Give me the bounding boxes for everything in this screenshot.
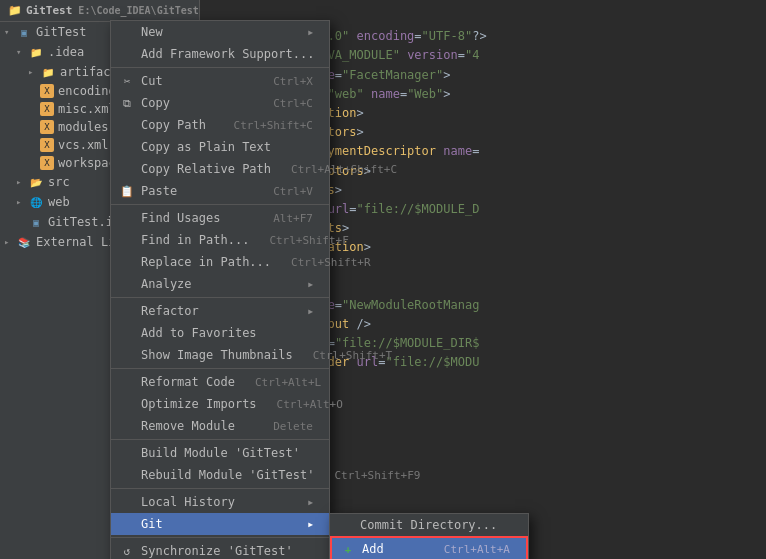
cut-icon: ✂: [119, 73, 135, 89]
separator-7: [111, 537, 329, 538]
xml-icon: X: [40, 156, 54, 170]
add-icon: +: [340, 541, 356, 557]
menu-item-add-to-favorites[interactable]: Add to Favorites: [111, 322, 329, 344]
lib-icon: 📚: [16, 234, 32, 250]
copy-plain-icon: [119, 139, 135, 155]
find-usages-shortcut: Alt+F7: [273, 212, 313, 225]
git-icon: [119, 516, 135, 532]
sync-icon: ↺: [119, 543, 135, 559]
tree-arrow: ▸: [4, 237, 16, 247]
sidebar-title: 📁 GitTest E:\Code_IDEA\GitTest: [0, 0, 199, 22]
copy-relative-icon: [119, 161, 135, 177]
menu-item-copy-path[interactable]: Copy Path Ctrl+Shift+C: [111, 114, 329, 136]
history-icon: [119, 494, 135, 510]
replace-icon: [119, 254, 135, 270]
menu-item-reformat-code[interactable]: Reformat Code Ctrl+Alt+L: [111, 371, 329, 393]
git-menu-container: Git Commit Directory... + Add Ctrl+Alt+A: [111, 513, 329, 535]
menu-item-add-framework[interactable]: Add Framework Support...: [111, 43, 329, 65]
menu-item-find-usages[interactable]: Find Usages Alt+F7: [111, 207, 329, 229]
find-usages-icon: [119, 210, 135, 226]
menu-item-synchronize[interactable]: ↺ Synchronize 'GitTest': [111, 540, 329, 559]
menu-item-copy-relative[interactable]: Copy Relative Path Ctrl+Alt+Shift+C: [111, 158, 329, 180]
framework-icon: [119, 46, 135, 62]
copy-icon: ⧉: [119, 95, 135, 111]
menu-item-new[interactable]: New: [111, 21, 329, 43]
menu-item-analyze[interactable]: Analyze: [111, 273, 329, 295]
separator-6: [111, 488, 329, 489]
favorites-icon: [119, 325, 135, 341]
folder-icon: 📁: [28, 44, 44, 60]
copy-shortcut: Ctrl+C: [273, 97, 313, 110]
xml-icon: X: [40, 102, 54, 116]
context-menu: New Add Framework Support... ✂ Cut Ctrl+…: [110, 20, 330, 559]
separator-5: [111, 439, 329, 440]
menu-item-rebuild-module[interactable]: Rebuild Module 'GitTest' Ctrl+Shift+F9: [111, 464, 329, 486]
menu-item-local-history[interactable]: Local History: [111, 491, 329, 513]
optimize-shortcut: Ctrl+Alt+O: [277, 398, 343, 411]
remove-icon: [119, 418, 135, 434]
menu-item-remove-module[interactable]: Remove Module Delete: [111, 415, 329, 437]
tree-arrow: ▸: [16, 197, 28, 207]
xml-icon: X: [40, 84, 54, 98]
refactor-icon: [119, 303, 135, 319]
submenu-item-commit-directory[interactable]: Commit Directory...: [330, 514, 528, 536]
rebuild-icon: [119, 467, 135, 483]
module-icon: ▣: [16, 24, 32, 40]
xml-icon: X: [40, 138, 54, 152]
add-shortcut: Ctrl+Alt+A: [444, 543, 510, 556]
new-icon: [119, 24, 135, 40]
build-icon: [119, 445, 135, 461]
menu-item-git[interactable]: Git: [111, 513, 329, 535]
menu-item-copy-plain[interactable]: Copy as Plain Text: [111, 136, 329, 158]
src-icon: 📂: [28, 174, 44, 190]
copy-path-shortcut: Ctrl+Shift+C: [234, 119, 313, 132]
remove-shortcut: Delete: [273, 420, 313, 433]
submenu-item-add[interactable]: + Add Ctrl+Alt+A: [330, 536, 528, 559]
separator-2: [111, 204, 329, 205]
separator-1: [111, 67, 329, 68]
thumbnails-icon: [119, 347, 135, 363]
tree-arrow: ▾: [4, 27, 16, 37]
menu-item-refactor[interactable]: Refactor: [111, 300, 329, 322]
menu-item-paste[interactable]: 📋 Paste Ctrl+V: [111, 180, 329, 202]
tree-arrow: ▸: [16, 177, 28, 187]
reformat-shortcut: Ctrl+Alt+L: [255, 376, 321, 389]
tree-arrow: ▸: [28, 67, 40, 77]
thumbnails-shortcut: Ctrl+Shift+T: [313, 349, 392, 362]
project-path: E:\Code_IDEA\GitTest: [78, 5, 198, 16]
menu-item-find-in-path[interactable]: Find in Path... Ctrl+Shift+F: [111, 229, 329, 251]
paste-icon: 📋: [119, 183, 135, 199]
folder-icon: 📁: [40, 64, 56, 80]
commit-icon: [338, 517, 354, 533]
cut-shortcut: Ctrl+X: [273, 75, 313, 88]
analyze-icon: [119, 276, 135, 292]
copy-relative-shortcut: Ctrl+Alt+Shift+C: [291, 163, 397, 176]
find-in-path-shortcut: Ctrl+Shift+F: [269, 234, 348, 247]
project-icon: 📁: [8, 4, 22, 17]
git-submenu: Commit Directory... + Add Ctrl+Alt+A: [329, 513, 529, 559]
find-in-path-icon: [119, 232, 135, 248]
copy-path-icon: [119, 117, 135, 133]
rebuild-shortcut: Ctrl+Shift+F9: [334, 469, 420, 482]
replace-shortcut: Ctrl+Shift+R: [291, 256, 370, 269]
xml-icon: X: [40, 120, 54, 134]
menu-item-copy[interactable]: ⧉ Copy Ctrl+C: [111, 92, 329, 114]
menu-item-optimize-imports[interactable]: Optimize Imports Ctrl+Alt+O: [111, 393, 329, 415]
menu-item-build-module[interactable]: Build Module 'GitTest': [111, 442, 329, 464]
separator-4: [111, 368, 329, 369]
separator-3: [111, 297, 329, 298]
menu-item-show-image-thumbnails[interactable]: Show Image Thumbnails Ctrl+Shift+T: [111, 344, 329, 366]
menu-item-replace-in-path[interactable]: Replace in Path... Ctrl+Shift+R: [111, 251, 329, 273]
tree-arrow: ▾: [16, 47, 28, 57]
menu-item-cut[interactable]: ✂ Cut Ctrl+X: [111, 70, 329, 92]
web-icon: 🌐: [28, 194, 44, 210]
paste-shortcut: Ctrl+V: [273, 185, 313, 198]
optimize-icon: [119, 396, 135, 412]
iml-icon: ▣: [28, 214, 44, 230]
reformat-icon: [119, 374, 135, 390]
